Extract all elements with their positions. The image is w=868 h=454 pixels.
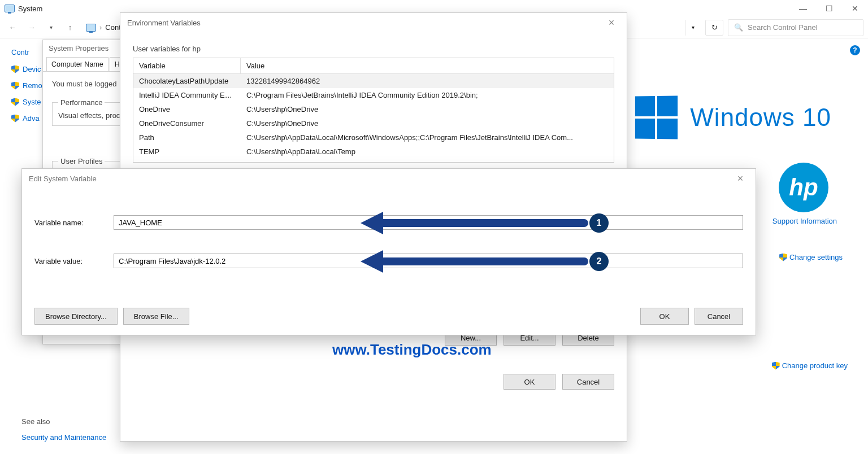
user-profiles-group: User Profiles [58,157,105,165]
recent-dropdown[interactable]: ▾ [43,20,59,36]
back-button[interactable]: ← [5,20,20,36]
callout-arrow-2: 2 [361,250,609,273]
shield-icon [11,82,19,90]
table-row[interactable]: OneDriveC:\Users\hp\OneDrive [133,102,614,116]
shield-icon [11,66,19,73]
browse-directory-button[interactable]: Browse Directory... [34,308,118,325]
variable-value-label: Variable value: [34,257,114,265]
table-row[interactable]: TEMPC:\Users\hp\AppData\Local\Temp [133,145,614,159]
cancel-button[interactable]: Cancel [562,374,614,390]
close-icon[interactable]: × [603,17,620,29]
shield-icon [779,254,787,261]
table-row[interactable]: IntelliJ IDEA Community Edi...C:\Program… [133,88,614,102]
close-button[interactable]: ✕ [842,0,868,17]
change-settings-link[interactable]: Change settings [779,253,843,261]
windows-10-text: Windows 10 [690,103,831,132]
monitor-icon [86,24,96,32]
tab-computer-name[interactable]: Computer Name [46,57,108,71]
help-icon[interactable]: ? [850,45,860,55]
variable-name-label: Variable name: [34,219,114,227]
shield-icon [11,98,19,106]
cancel-button[interactable]: Cancel [695,308,743,325]
user-variables-table[interactable]: Variable Value ChocolateyLastPathUpdate1… [133,58,614,163]
callout-arrow-1: 1 [361,212,609,234]
ok-button[interactable]: OK [504,374,555,390]
hp-logo: hp [779,163,828,212]
col-value[interactable]: Value [241,58,614,73]
search-input[interactable]: 🔍 Search Control Panel [728,19,863,36]
maximize-button[interactable]: ☐ [816,0,842,17]
windows-logo: Windows 10 [635,96,831,139]
refresh-button[interactable]: ↻ [705,20,723,36]
address-dropdown[interactable]: ▾ [685,20,701,36]
browse-file-button[interactable]: Browse File... [123,308,189,325]
table-row[interactable]: ChocolateyLastPathUpdate1322814999428649… [133,74,614,88]
security-maintenance-link[interactable]: Security and Maintenance [21,433,106,442]
col-variable[interactable]: Variable [133,58,241,73]
dialog-title: Environment Variables [127,19,201,27]
forward-button[interactable]: → [24,20,40,36]
performance-group: Performance [58,98,105,107]
dialog-title: Edit System Variable [29,174,97,183]
shield-icon [772,362,780,370]
see-also-label: See also [21,417,50,426]
support-information-link[interactable]: Support Information [772,217,837,225]
ok-button[interactable]: OK [640,308,689,325]
window-title: System [18,5,42,13]
shield-icon [11,115,19,123]
user-variables-label: User variables for hp [133,45,614,53]
search-placeholder: Search Control Panel [748,23,818,32]
change-product-key-link[interactable]: Change product key [772,361,848,370]
minimize-button[interactable]: — [790,0,816,17]
search-icon: 🔍 [734,23,743,32]
watermark: www.TestingDocs.com [332,341,492,359]
table-row[interactable]: OneDriveConsumerC:\Users\hp\OneDrive [133,116,614,130]
table-row[interactable]: TMPC:\Users\hp\AppData\Local\Temp [133,159,614,163]
up-button[interactable]: ↑ [62,20,78,36]
table-row[interactable]: PathC:\Users\hp\AppData\Local\Microsoft\… [133,130,614,145]
monitor-icon [5,5,15,12]
close-icon[interactable]: × [732,173,749,185]
